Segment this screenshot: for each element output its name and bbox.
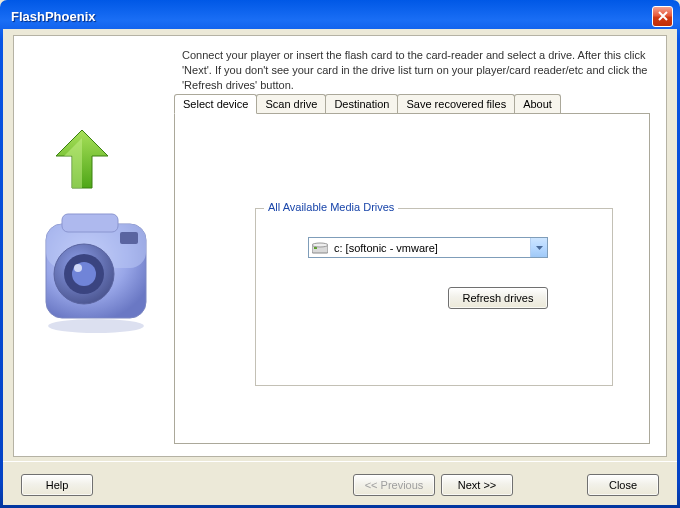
app-window: FlashPhoenix (0, 0, 680, 508)
refresh-drives-button[interactable]: Refresh drives (448, 287, 548, 309)
bottom-button-bar: Help << Previous Next >> Close (3, 461, 677, 505)
window-close-button[interactable] (652, 6, 673, 27)
instruction-text: Connect your player or insert the flash … (182, 48, 650, 93)
previous-button[interactable]: << Previous (353, 474, 435, 496)
tab-scan-drive[interactable]: Scan drive (256, 94, 326, 114)
chevron-down-icon (530, 238, 547, 257)
svg-rect-7 (120, 232, 138, 244)
groupbox-title: All Available Media Drives (264, 201, 398, 213)
drive-dropdown[interactable]: c: [softonic - vmware] (308, 237, 548, 258)
tab-panel: All Available Media Drives c: [softonic … (174, 113, 650, 444)
media-drives-groupbox: All Available Media Drives c: [softonic … (255, 208, 613, 386)
next-button[interactable]: Next >> (441, 474, 513, 496)
close-button[interactable]: Close (587, 474, 659, 496)
svg-rect-2 (62, 214, 118, 232)
close-icon (658, 11, 668, 21)
drive-selected-text: c: [softonic - vmware] (332, 242, 530, 254)
svg-point-11 (312, 243, 328, 247)
camera-arrow-illustration (32, 128, 160, 338)
content-panel: Connect your player or insert the flash … (13, 35, 667, 457)
svg-point-8 (48, 319, 144, 333)
tab-save-recovered[interactable]: Save recovered files (397, 94, 515, 114)
client-area: Connect your player or insert the flash … (3, 29, 677, 505)
svg-point-6 (74, 264, 82, 272)
tab-destination[interactable]: Destination (325, 94, 398, 114)
tab-select-device[interactable]: Select device (174, 94, 257, 114)
hard-drive-icon (312, 242, 328, 254)
titlebar: FlashPhoenix (3, 3, 677, 29)
tab-about[interactable]: About (514, 94, 561, 114)
window-title: FlashPhoenix (11, 9, 96, 24)
tab-strip: Select device Scan drive Destination Sav… (174, 94, 560, 114)
help-button[interactable]: Help (21, 474, 93, 496)
